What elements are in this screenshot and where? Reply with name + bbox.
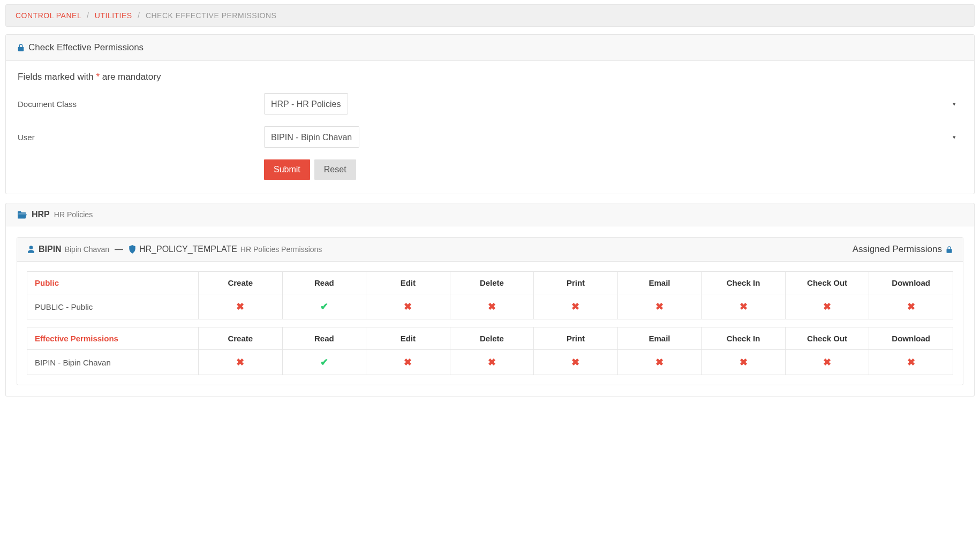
permissions-panel: BIPIN Bipin Chavan — HR_POLICY_TEMPLATE …: [17, 237, 963, 385]
perm-allowed: ✔: [282, 350, 366, 375]
column-header: Edit: [366, 327, 450, 350]
perm-denied: ✖: [199, 350, 283, 375]
user-select[interactable]: BIPIN - Bipin Chavan: [264, 126, 359, 148]
perm-denied: ✖: [450, 350, 534, 375]
breadcrumb-link-control-panel[interactable]: CONTROL PANEL: [16, 11, 81, 20]
cross-icon: ✖: [236, 357, 244, 368]
template-code: HR_POLICY_TEMPLATE: [139, 245, 237, 254]
perm-denied: ✖: [617, 294, 702, 319]
perm-denied: ✖: [617, 350, 702, 375]
folder-open-icon: [17, 210, 27, 219]
column-header: Delete: [450, 327, 534, 350]
breadcrumb-link-utilities[interactable]: UTILITIES: [95, 11, 132, 20]
permissions-panel-header: BIPIN Bipin Chavan — HR_POLICY_TEMPLATE …: [17, 238, 963, 262]
cross-icon: ✖: [571, 301, 579, 312]
results-section: HRP HR Policies BIPIN Bipin Chavan — HR_…: [5, 203, 975, 396]
table-group-label: Public: [27, 272, 199, 294]
check-icon: ✔: [320, 357, 328, 368]
mandatory-note-post: are mandatory: [100, 72, 161, 82]
class-code: HRP: [32, 210, 50, 219]
lock-icon: [17, 43, 25, 52]
perm-denied: ✖: [702, 294, 786, 319]
column-header: Check In: [702, 327, 786, 350]
permissions-tables: PublicCreateReadEditDeletePrintEmailChec…: [17, 262, 963, 385]
perm-allowed: ✔: [282, 294, 366, 319]
column-header: Edit: [366, 272, 450, 294]
breadcrumb-separator: /: [87, 11, 89, 20]
column-header: Create: [199, 327, 283, 350]
cross-icon: ✖: [488, 357, 496, 368]
breadcrumb: CONTROL PANEL / UTILITIES / CHECK EFFECT…: [5, 4, 975, 27]
table-group-label: Effective Permissions: [27, 327, 199, 350]
assigned-permissions-label: Assigned Permissions: [853, 244, 942, 255]
permissions-table: PublicCreateReadEditDeletePrintEmailChec…: [27, 271, 953, 319]
perm-denied: ✖: [534, 294, 618, 319]
user-label: User: [18, 133, 264, 142]
row-name: BIPIN - Bipin Chavan: [27, 350, 199, 375]
column-header: Check In: [702, 272, 786, 294]
column-header: Create: [199, 272, 283, 294]
column-header: Print: [534, 327, 618, 350]
permissions-table: Effective PermissionsCreateReadEditDelet…: [27, 327, 953, 375]
breadcrumb-current: CHECK EFFECTIVE PERMISSIONS: [146, 11, 277, 20]
cross-icon: ✖: [823, 301, 831, 312]
perm-denied: ✖: [450, 294, 534, 319]
perm-denied: ✖: [785, 294, 869, 319]
mandatory-note-pre: Fields marked with: [18, 72, 96, 82]
results-class-header: HRP HR Policies: [5, 203, 975, 226]
cross-icon: ✖: [823, 357, 831, 368]
column-header: Email: [617, 327, 702, 350]
cross-icon: ✖: [236, 301, 244, 312]
cross-icon: ✖: [404, 357, 412, 368]
form-panel: Check Effective Permissions Fields marke…: [5, 34, 975, 194]
cross-icon: ✖: [488, 301, 496, 312]
column-header: Read: [282, 327, 366, 350]
cross-icon: ✖: [907, 357, 915, 368]
perm-denied: ✖: [785, 350, 869, 375]
cross-icon: ✖: [404, 301, 412, 312]
results-body: BIPIN Bipin Chavan — HR_POLICY_TEMPLATE …: [5, 226, 975, 396]
breadcrumb-separator: /: [138, 11, 140, 20]
form-row-user: User BIPIN - Bipin Chavan: [18, 126, 962, 148]
cross-icon: ✖: [907, 301, 915, 312]
column-header: Download: [869, 327, 953, 350]
document-class-select[interactable]: HRP - HR Policies: [264, 93, 348, 115]
reset-button[interactable]: Reset: [314, 159, 356, 180]
row-name: PUBLIC - Public: [27, 294, 199, 319]
form-panel-title: Check Effective Permissions: [28, 42, 144, 53]
shield-icon: [129, 245, 136, 254]
cross-icon: ✖: [571, 357, 579, 368]
perm-denied: ✖: [869, 350, 953, 375]
user-desc: Bipin Chavan: [65, 245, 109, 254]
cross-icon: ✖: [655, 301, 664, 312]
column-header: Check Out: [785, 327, 869, 350]
column-header: Download: [869, 272, 953, 294]
user-icon: [27, 245, 35, 254]
template-desc: HR Policies Permissions: [240, 245, 322, 254]
user-code: BIPIN: [39, 245, 62, 254]
table-row: BIPIN - Bipin Chavan✖✔✖✖✖✖✖✖✖: [27, 350, 953, 375]
column-header: Email: [617, 272, 702, 294]
cross-icon: ✖: [655, 357, 664, 368]
perm-denied: ✖: [199, 294, 283, 319]
class-desc: HR Policies: [54, 210, 93, 219]
check-icon: ✔: [320, 301, 328, 312]
mandatory-note: Fields marked with * are mandatory: [18, 72, 962, 82]
button-row: Submit Reset: [264, 159, 962, 180]
document-class-label: Document Class: [18, 100, 264, 109]
form-row-document-class: Document Class HRP - HR Policies: [18, 93, 962, 115]
form-panel-header: Check Effective Permissions: [6, 35, 974, 61]
perm-denied: ✖: [869, 294, 953, 319]
perm-denied: ✖: [534, 350, 618, 375]
perm-denied: ✖: [366, 350, 450, 375]
form-panel-body: Fields marked with * are mandatory Docum…: [6, 61, 974, 194]
lock-icon: [945, 246, 953, 254]
column-header: Check Out: [785, 272, 869, 294]
table-row: PUBLIC - Public✖✔✖✖✖✖✖✖✖: [27, 294, 953, 319]
column-header: Print: [534, 272, 618, 294]
perm-denied: ✖: [366, 294, 450, 319]
submit-button[interactable]: Submit: [264, 159, 310, 180]
cross-icon: ✖: [740, 301, 748, 312]
perm-denied: ✖: [702, 350, 786, 375]
cross-icon: ✖: [740, 357, 748, 368]
